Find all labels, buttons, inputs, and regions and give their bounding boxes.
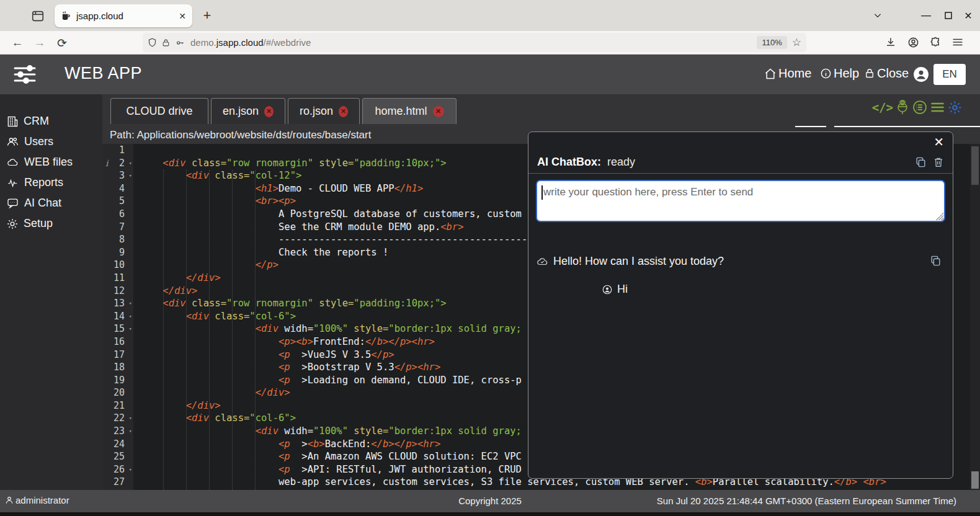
gutter-line-number[interactable]: 1 xyxy=(102,144,133,157)
gutter-line-number[interactable]: 26▾ xyxy=(102,463,133,476)
file-tab-cloud-drive[interactable]: CLOUD drive xyxy=(110,98,208,124)
editor-gear-icon[interactable] xyxy=(947,100,963,115)
window-maximize-button[interactable] xyxy=(938,6,959,25)
chat-input[interactable] xyxy=(536,180,945,222)
code-icon[interactable]: </> xyxy=(872,100,893,114)
fold-arrow-icon[interactable]: ▾ xyxy=(129,425,132,438)
language-button[interactable]: EN xyxy=(933,64,966,85)
forward-button[interactable]: → xyxy=(30,33,50,53)
lock-icon[interactable] xyxy=(162,38,170,48)
gutter-line-number[interactable]: 23▾ xyxy=(102,425,133,438)
gutter-line-number[interactable]: 19 xyxy=(102,374,133,387)
gutter-line-number[interactable]: 4 xyxy=(102,182,133,195)
fold-arrow-icon[interactable]: ▾ xyxy=(129,297,132,310)
file-tab-close-icon[interactable]: ✕ xyxy=(264,106,274,117)
file-tab-en-json[interactable]: en.json✕ xyxy=(211,98,285,124)
rose-icon[interactable] xyxy=(895,99,910,115)
gutter-line-number[interactable]: 7 xyxy=(102,221,133,234)
new-tab-button[interactable]: + xyxy=(198,7,216,25)
bottom-strip xyxy=(0,512,980,516)
datetime: Sun Jul 20 2025 21:48:44 GMT+0300 (Easte… xyxy=(657,496,956,506)
browser-tab[interactable]: jsapp.cloud ✕ xyxy=(55,4,192,27)
fold-arrow-icon[interactable]: ▾ xyxy=(129,463,132,476)
gutter-line-number[interactable]: 14▾ xyxy=(102,310,133,323)
shield-icon[interactable] xyxy=(148,37,157,48)
sidebar-item-reports[interactable]: Reports xyxy=(0,172,102,193)
zoom-level-badge[interactable]: 110% xyxy=(757,36,786,49)
file-tab-close-icon[interactable]: ✕ xyxy=(433,106,444,117)
list-circle-icon[interactable] xyxy=(912,99,928,115)
chat-close-icon[interactable]: ✕ xyxy=(933,135,944,149)
sidebar-item-crm[interactable]: CRM xyxy=(0,111,102,131)
downloads-icon[interactable] xyxy=(881,32,901,52)
gutter-line-number[interactable]: 15▾ xyxy=(102,322,133,336)
sliders-menu-icon[interactable] xyxy=(12,64,37,85)
gutter-line-number[interactable]: 8 xyxy=(102,233,133,246)
account-icon[interactable] xyxy=(903,32,923,52)
nav-close[interactable]: Close xyxy=(864,66,909,81)
chat-copy-icon[interactable] xyxy=(915,156,927,168)
gutter-line-number[interactable]: 24 xyxy=(102,438,133,451)
file-tab-ro-json[interactable]: ro.json✕ xyxy=(288,98,360,124)
gutter-line-number[interactable]: 17 xyxy=(102,349,133,362)
file-tab-home-html[interactable]: home.html✕ xyxy=(362,98,457,124)
menu-lines-icon[interactable] xyxy=(930,100,945,114)
chat-input-wrap xyxy=(536,180,945,222)
gutter-line-number[interactable]: 25 xyxy=(102,450,133,463)
sidebar-item-setup[interactable]: Setup xyxy=(0,213,102,234)
user-message: Hi xyxy=(602,283,628,296)
editor-scrollbar[interactable] xyxy=(970,144,980,490)
gutter-line-number[interactable]: 3▾ xyxy=(102,169,133,182)
gutter-line-number[interactable]: 11 xyxy=(102,272,133,285)
gutter-line-number[interactable]: 6 xyxy=(102,208,133,221)
chat-title: AI ChatBox: xyxy=(537,156,601,169)
sidebar-item-ai-chat[interactable]: AI Chat xyxy=(0,193,102,213)
window-minimize-button[interactable]: — xyxy=(915,6,937,25)
gutter-line-number[interactable]: 2i▾ xyxy=(102,157,133,170)
fold-arrow-icon[interactable]: ▾ xyxy=(129,322,132,336)
gutter-line-number[interactable]: 12 xyxy=(102,285,133,298)
fold-arrow-icon[interactable]: ▾ xyxy=(129,412,132,425)
chat-status: ready xyxy=(607,156,635,169)
sidebar-item-web-files[interactable]: WEB files xyxy=(0,152,102,172)
gutter-line-number[interactable]: 10 xyxy=(102,259,133,272)
gutter-line-number[interactable]: 20 xyxy=(102,386,133,399)
gutter-line-number[interactable]: 22▾ xyxy=(102,412,133,425)
back-button[interactable]: ← xyxy=(7,33,27,53)
gutter-line-number[interactable]: 9 xyxy=(102,246,133,259)
browser-tab-title: jsapp.cloud xyxy=(76,11,174,21)
fold-arrow-icon[interactable]: ▾ xyxy=(129,169,132,182)
bookmark-star-icon[interactable]: ☆ xyxy=(792,36,801,49)
gutter-line-number[interactable]: 13▾ xyxy=(102,297,133,310)
reload-button[interactable]: ⟳ xyxy=(52,33,72,53)
annotation-info-icon[interactable]: i xyxy=(105,157,108,170)
sidebar-item-users[interactable]: Users xyxy=(0,131,102,152)
list-tabs-chevron-icon[interactable] xyxy=(867,6,888,25)
gutter-line-number[interactable]: 18 xyxy=(102,361,133,374)
key-icon[interactable] xyxy=(175,38,185,47)
gutter-line-number[interactable]: 21 xyxy=(102,399,133,412)
window-close-button[interactable]: ✕ xyxy=(958,6,979,25)
resize-grip[interactable] xyxy=(936,213,943,220)
tab-close-icon[interactable]: ✕ xyxy=(179,11,186,21)
gutter-line-number[interactable]: 16 xyxy=(102,336,133,349)
user-avatar-icon[interactable] xyxy=(913,66,929,82)
chat-trash-icon[interactable] xyxy=(933,156,944,168)
fold-arrow-icon[interactable]: ▾ xyxy=(129,157,132,170)
file-tabs: CLOUD drive en.json✕ ro.json✕ home.html✕ xyxy=(110,98,457,124)
menu-hamburger-icon[interactable] xyxy=(948,32,968,52)
file-tab-close-icon[interactable]: ✕ xyxy=(339,106,348,117)
firefox-view-icon[interactable] xyxy=(29,7,47,25)
message-copy-icon[interactable] xyxy=(930,255,942,267)
app-header: WEB APP Home Help Close EN xyxy=(0,55,980,94)
gutter-line-number[interactable]: 5 xyxy=(102,195,133,208)
scrollbar-thumb[interactable] xyxy=(971,146,979,185)
fold-arrow-icon[interactable]: ▾ xyxy=(129,310,132,323)
nav-help[interactable]: Help xyxy=(820,66,859,81)
activity-icon xyxy=(6,177,19,189)
ai-chatbox-panel: ✕ AI ChatBox: ready Hello! How can I ass… xyxy=(528,131,953,479)
extensions-puzzle-icon[interactable] xyxy=(925,32,945,52)
nav-home[interactable]: Home xyxy=(764,66,811,81)
url-bar[interactable]: demo.jsapp.cloud/#/webdrive 110% ☆ xyxy=(143,33,806,52)
gutter-line-number[interactable]: 27 xyxy=(102,476,133,489)
